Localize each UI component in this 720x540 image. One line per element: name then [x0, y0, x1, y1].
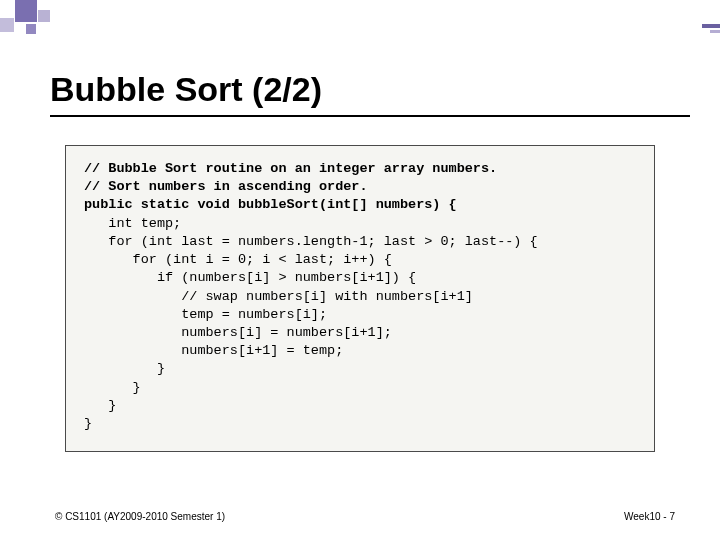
code-header: // Bubble Sort routine on an integer arr…: [84, 161, 497, 212]
decor-square-icon: [26, 24, 36, 34]
slide-title: Bubble Sort (2/2): [50, 70, 322, 109]
footer-copyright: © CS1101 (AY2009-2010 Semester 1): [55, 511, 225, 522]
decor-square-icon: [15, 0, 37, 22]
code-body: int temp; for (int last = numbers.length…: [84, 216, 538, 431]
corner-decoration: [0, 0, 100, 40]
title-underline: [50, 115, 690, 117]
code-block: // Bubble Sort routine on an integer arr…: [65, 145, 655, 452]
decor-square-icon: [0, 18, 14, 32]
footer-page-number: Week10 - 7: [624, 511, 675, 522]
stripe-decoration: [702, 24, 720, 28]
code-content: // Bubble Sort routine on an integer arr…: [84, 160, 636, 433]
decor-square-icon: [38, 10, 50, 22]
